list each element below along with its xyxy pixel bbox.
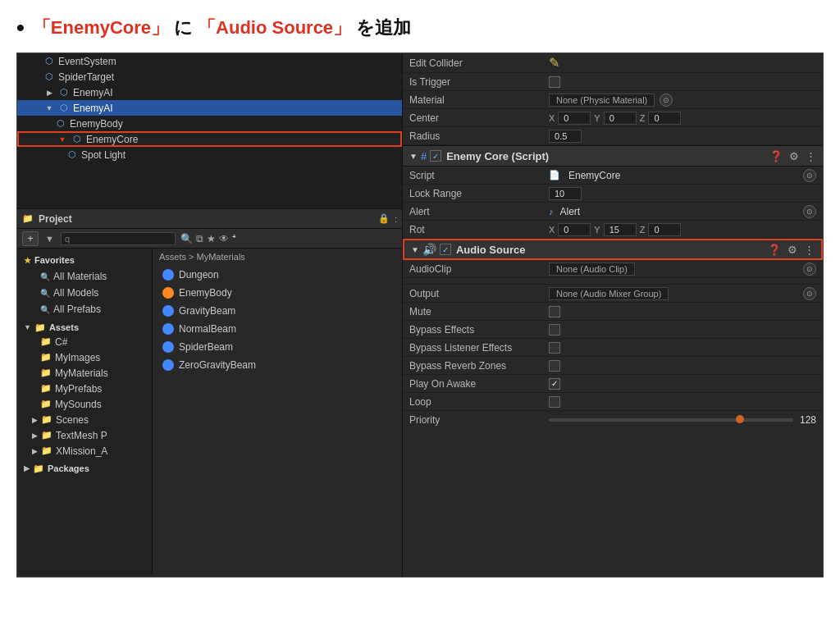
loop-row: Loop [403,393,823,411]
assets-breadcrumb: Assets > MyMaterials [159,252,395,262]
sidebar-all-materials[interactable]: 🔍 All Materials [17,268,152,285]
bypass-reverb-label: Bypass Reverb Zones [409,360,549,372]
sidebar-all-prefabs[interactable]: 🔍 All Prefabs [17,301,152,317]
sidebar-my-materials[interactable]: 📁 MyMaterials [17,365,152,381]
help-icon[interactable]: ❓ [769,150,783,162]
audioclip-row: AudioClip None (Audio Clip) ⊙ [403,260,823,278]
add-button[interactable]: + [22,231,39,246]
asset-circle-icon [162,323,174,335]
mute-checkbox[interactable] [549,306,560,317]
play-on-awake-row: Play On Awake [403,375,823,393]
alert-select-btn[interactable]: ⊙ [803,205,816,218]
asset-circle-icon [162,305,174,317]
rot-x[interactable]: 0 [558,223,591,236]
sidebar-textmesh[interactable]: ▶ 📁 TextMesh P [17,427,152,443]
folder-icon: 📁 [40,368,52,378]
packages-triangle: ▶ [24,464,30,472]
audio-enabled-checkbox[interactable]: ✓ [440,244,451,255]
asset-normalbeam[interactable]: NormalBeam [159,321,395,337]
more-icon[interactable]: ⋮ [806,150,816,162]
audio-source-header: ▼ 🔊 ✓ Audio Source ❓ ⚙ ⋮ [403,239,823,260]
priority-thumb[interactable] [736,415,744,423]
script-select-btn[interactable]: ⊙ [803,169,816,182]
sidebar-c-sharp[interactable]: 📁 C# [17,334,152,349]
asset-zerogravitybeam[interactable]: ZeroGravityBeam [159,357,395,373]
hier-event-system[interactable]: ⬡ EventSystem [17,53,402,69]
star-icon[interactable]: ★ [207,233,216,244]
asset-gravitybeam[interactable]: GravityBeam [159,303,395,319]
audio-settings-icon[interactable]: ⚙ [788,244,797,256]
hier-enemy-core[interactable]: ▼ ⬡ EnemyCore [17,131,402,147]
dropdown-arrow[interactable]: ▼ [45,234,54,244]
search-icon[interactable]: 🔍 [180,233,193,244]
mute-value [549,306,816,317]
title-red1: 「EnemyCore」 [33,16,169,40]
audio-help-icon[interactable]: ❓ [768,244,781,256]
settings-icon[interactable]: ⚙ [789,150,799,162]
script-file-icon: 📄 [549,170,560,180]
rot-z[interactable]: 0 [648,223,681,236]
bypass-effects-row: Bypass Effects [403,321,823,339]
radius-value: 0.5 [549,130,816,143]
audioclip-select-btn[interactable]: ⊙ [803,262,816,276]
cube-icon: ⬡ [43,71,55,83]
assets-triangle: ▼ [24,323,31,331]
radius-label: Radius [409,130,549,142]
filter-icon[interactable]: ⧉ [196,233,203,244]
sidebar-my-sounds[interactable]: 📁 MySounds [17,396,152,412]
enemy-core-script-header: ▼ # ✓ Enemy Core (Script) ❓ ⚙ ⋮ [403,145,823,167]
hier-spider-target[interactable]: ⬡ SpiderTarget [17,69,402,84]
material-label: Material [409,94,549,106]
bypass-effects-checkbox[interactable] [549,324,560,336]
edit-collider-label: Edit Collider [409,57,549,69]
search-input[interactable] [61,232,176,245]
inspector-panel: Edit Collider ✎ Is Trigger Material None… [403,53,823,577]
loop-checkbox[interactable] [549,396,560,408]
radius-box[interactable]: 0.5 [549,130,582,143]
asset-circle-icon [162,341,174,353]
folder-icon: 📁 [40,399,52,409]
material-none: None (Physic Material) [549,94,655,107]
eye-icon[interactable]: 👁 [219,233,229,244]
edit-collider-icon[interactable]: ✎ [549,55,559,71]
rot-y[interactable]: 15 [604,223,637,236]
priority-value: 128 [800,414,816,426]
search-sub-icon: 🔍 [40,289,50,298]
page-container: • 「EnemyCore」 に 「Audio Source」 を追加 ⬡ Eve… [0,0,840,630]
folder-icon: 📁 [41,445,52,456]
audio-more-icon[interactable]: ⋮ [804,244,815,256]
center-y[interactable]: 0 [604,112,637,125]
cube-icon: ⬡ [58,103,70,114]
priority-slider[interactable] [549,418,793,422]
asset-enemybody[interactable]: EnemyBody [159,285,395,301]
center-z[interactable]: 0 [648,112,681,125]
project-title: Project [39,213,72,225]
hier-enemy-body[interactable]: ⬡ EnemyBody [17,116,402,131]
tri-right: ▶ [32,447,38,455]
search-sub-icon: 🔍 [40,272,50,281]
sidebar-xmission[interactable]: ▶ 📁 XMission_A [17,443,152,459]
bypass-reverb-checkbox[interactable] [549,360,560,372]
asset-dungeon[interactable]: Dungeon [159,267,395,283]
lock-range-box[interactable]: 10 [549,187,582,200]
asset-spiderbeam[interactable]: SpiderBeam [159,339,395,355]
hier-enemyai-collapsed[interactable]: ▶ ⬡ EnemyAI [17,84,402,100]
section-triangle-icon: ▼ [409,152,418,161]
project-assets: Assets > MyMaterials Dungeon EnemyBody [153,249,402,575]
lock-icon[interactable]: 🔒 [378,213,390,224]
output-select-btn[interactable]: ⊙ [803,287,816,300]
material-select-btn[interactable]: ⊙ [660,94,673,107]
hier-enemyai-selected[interactable]: ▼ ⬡ EnemyAI [17,100,402,116]
play-on-awake-checkbox[interactable] [549,378,560,390]
sidebar-scenes[interactable]: ▶ 📁 Scenes [17,412,152,427]
center-x[interactable]: 0 [558,112,591,125]
rot-label: Rot [409,224,549,235]
hash-icon: # [421,150,427,162]
sidebar-my-prefabs[interactable]: 📁 MyPrefabs [17,381,152,396]
bypass-listener-checkbox[interactable] [549,342,560,354]
sidebar-my-images[interactable]: 📁 MyImages [17,349,152,365]
is-trigger-checkbox[interactable] [549,76,560,88]
script-enabled-checkbox[interactable]: ✓ [430,150,441,162]
hier-spot-light[interactable]: ⬡ Spot Light [17,147,402,162]
sidebar-all-models[interactable]: 🔍 All Models [17,285,152,301]
